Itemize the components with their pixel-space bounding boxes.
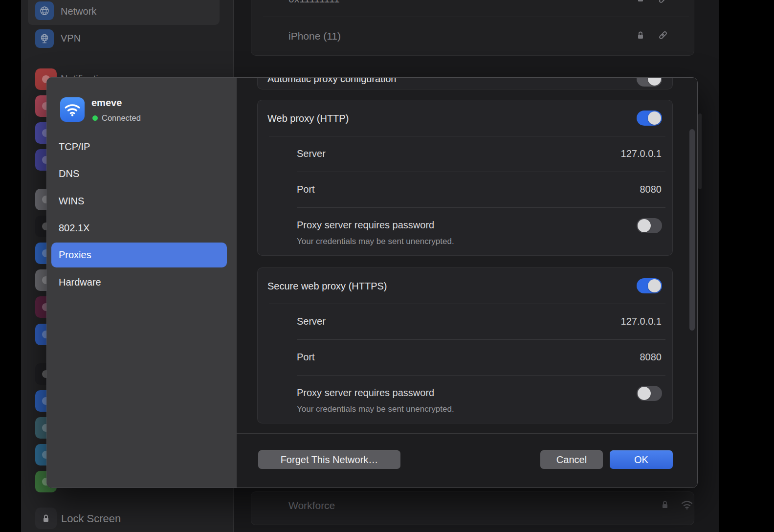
divider bbox=[297, 339, 665, 340]
dialog-sidebar: emeve Connected TCP/IP DNS WINS 802.1X P… bbox=[47, 78, 237, 488]
port-value[interactable]: 8080 bbox=[640, 184, 662, 195]
password-note: Your credentials may be sent unencrypted… bbox=[297, 237, 454, 246]
network-name: emeve bbox=[91, 97, 122, 109]
tab-hardware[interactable]: Hardware bbox=[51, 270, 227, 295]
row-divider bbox=[263, 17, 689, 17]
server-value[interactable]: 127.0.0.1 bbox=[621, 148, 662, 159]
connected-status-label: Connected bbox=[102, 113, 141, 123]
forget-network-button[interactable]: Forget This Network… bbox=[258, 450, 400, 469]
network-row-label[interactable]: iPhone (11) bbox=[288, 30, 341, 42]
window-scrollbar-thumb[interactable] bbox=[698, 113, 702, 189]
divider bbox=[297, 375, 665, 376]
lock-icon bbox=[636, 30, 645, 40]
divider bbox=[269, 304, 665, 304]
sidebar-network-label[interactable]: Network bbox=[61, 6, 96, 17]
sidebar-item-network[interactable] bbox=[28, 0, 220, 25]
tab-proxies[interactable]: Proxies bbox=[51, 243, 227, 267]
secure-web-proxy-section: Secure web proxy (HTTPS) Server 127.0.0.… bbox=[257, 267, 673, 423]
cancel-button[interactable]: Cancel bbox=[540, 450, 603, 469]
lock-icon bbox=[636, 0, 645, 3]
tab-dns[interactable]: DNS bbox=[51, 161, 227, 186]
partial-row-label: Automatic proxy configuration bbox=[267, 77, 396, 85]
network-row-label[interactable]: 0x11111111 bbox=[288, 0, 340, 5]
divider bbox=[297, 207, 665, 208]
password-required-label: Proxy server requires password bbox=[297, 387, 434, 399]
footer-divider bbox=[237, 433, 698, 434]
section-title: Web proxy (HTTP) bbox=[267, 113, 349, 124]
lock-icon bbox=[660, 500, 670, 510]
divider bbox=[297, 172, 665, 172]
network-globe-icon[interactable] bbox=[35, 1, 54, 20]
wifi-network-icon bbox=[60, 97, 85, 122]
tab-tcpip[interactable]: TCP/IP bbox=[51, 134, 227, 159]
server-value[interactable]: 127.0.0.1 bbox=[621, 316, 662, 327]
sidebar-vpn-label[interactable]: VPN bbox=[61, 33, 81, 44]
network-details-dialog: emeve Connected TCP/IP DNS WINS 802.1X P… bbox=[46, 77, 698, 488]
secure-web-proxy-toggle[interactable] bbox=[637, 278, 662, 293]
port-label: Port bbox=[297, 352, 315, 363]
network-list-card: 0x11111111 iPhone (11) bbox=[251, 0, 694, 56]
link-icon bbox=[657, 29, 669, 41]
web-proxy-toggle[interactable] bbox=[637, 111, 662, 126]
wifi-icon bbox=[681, 499, 693, 510]
lock-screen-icon[interactable] bbox=[35, 508, 57, 529]
tab-8021x[interactable]: 802.1X bbox=[51, 216, 227, 241]
server-label: Server bbox=[297, 316, 326, 327]
password-note: Your credentials may be sent unencrypted… bbox=[297, 404, 454, 414]
ok-button[interactable]: OK bbox=[610, 450, 673, 469]
screen: Network VPN Notifications bbox=[0, 0, 774, 532]
port-label: Port bbox=[297, 184, 315, 195]
server-label: Server bbox=[297, 148, 326, 159]
web-proxy-http-section: Web proxy (HTTP) Server 127.0.0.1 Port 8… bbox=[257, 100, 673, 256]
vpn-icon[interactable] bbox=[35, 29, 54, 48]
network-row-label[interactable]: Workforce bbox=[288, 500, 335, 511]
password-required-toggle[interactable] bbox=[637, 218, 662, 233]
dialog-scrollbar-thumb[interactable] bbox=[689, 129, 695, 331]
dialog-content: Automatic proxy configuration Web proxy … bbox=[237, 78, 698, 488]
section-title: Secure web proxy (HTTPS) bbox=[267, 281, 387, 292]
sidebar-lock-screen-label[interactable]: Lock Screen bbox=[61, 512, 121, 525]
automatic-proxy-toggle[interactable] bbox=[637, 77, 662, 87]
divider bbox=[269, 136, 665, 136]
link-icon bbox=[657, 0, 669, 5]
port-value[interactable]: 8080 bbox=[640, 352, 662, 363]
password-required-label: Proxy server requires password bbox=[297, 220, 434, 231]
password-required-toggle[interactable] bbox=[637, 386, 662, 401]
partial-proxy-card: Automatic proxy configuration bbox=[257, 77, 673, 89]
tab-wins[interactable]: WINS bbox=[51, 189, 227, 214]
connected-status-dot bbox=[92, 115, 98, 121]
other-networks-card: Workforce bbox=[251, 491, 694, 525]
